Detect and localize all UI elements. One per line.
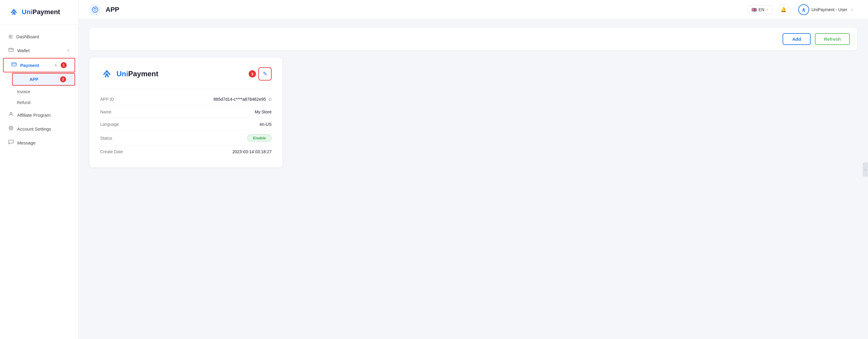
card-header-right: 3 ✎ [249, 67, 272, 80]
field-value-language: en-US [149, 122, 272, 127]
sidebar-item-label: Message [17, 140, 36, 145]
wallet-chevron-icon: ∨ [67, 48, 70, 53]
field-label-language: Language [100, 122, 149, 127]
sidebar-item-label: Payment [20, 63, 39, 68]
sidebar-item-label: Refund [17, 100, 30, 105]
dashboard-icon: ⊞ [8, 33, 13, 40]
svg-point-3 [10, 112, 12, 114]
sidebar-item-account[interactable]: Account Settings [0, 122, 78, 136]
app-card-header: UniPayment 3 ✎ [100, 67, 272, 80]
user-name: UniPayment - User [812, 7, 847, 12]
svg-point-5 [9, 126, 13, 130]
logo-icon [8, 7, 19, 18]
language-selector[interactable]: 🇬🇧 EN ∨ [747, 5, 773, 14]
status-badge: Enable [247, 134, 272, 142]
svg-point-1 [12, 50, 13, 51]
app-badge: 2 [60, 76, 66, 82]
add-button[interactable]: Add [783, 33, 811, 45]
payment-badge: 1 [61, 62, 67, 68]
svg-rect-2 [12, 63, 16, 66]
sidebar-logo: UniPayment [0, 0, 78, 25]
app-card: UniPayment 3 ✎ APP ID 865d7d14-c*** [89, 58, 282, 167]
page-icon [89, 4, 101, 15]
bell-icon: 🔔 [780, 7, 786, 12]
sidebar-item-label: Affiliate Program [17, 112, 51, 117]
field-value-create-date: 2023-03-14 03:18:27 [149, 149, 272, 154]
field-create-date: Create Date 2023-03-14 03:18:27 [100, 146, 272, 158]
field-label-create-date: Create Date [100, 149, 149, 154]
card-divider [100, 89, 272, 89]
sidebar-item-payment[interactable]: Payment ∧ 1 [3, 58, 75, 72]
message-icon [8, 139, 13, 146]
sidebar-item-invoice[interactable]: Invoice [0, 86, 78, 97]
field-label-status: Status [100, 136, 149, 140]
card-badge: 3 [249, 70, 256, 77]
sidebar-item-label: APP [30, 77, 38, 82]
card-brand-name: UniPayment [117, 70, 158, 78]
edit-button[interactable]: ✎ [258, 67, 272, 80]
wallet-icon [8, 47, 13, 54]
page-title: APP [105, 6, 742, 13]
refresh-button[interactable]: Refresh [815, 33, 850, 45]
user-chevron-icon: ∨ [851, 8, 853, 11]
field-value-app-id: 865d7d14-c****a878462e95 ⧉ [149, 97, 272, 102]
sidebar-item-label: Account Settings [17, 126, 51, 132]
field-label-app-id: APP ID [100, 97, 149, 102]
svg-point-7 [95, 10, 96, 11]
sidebar-item-wallet[interactable]: Wallet ∨ [0, 43, 78, 57]
header: APP 🇬🇧 EN ∨ 🔔 UniPayment - [79, 0, 868, 19]
payment-chevron-icon: ∧ [54, 63, 57, 67]
sidebar-item-label: Wallet [17, 48, 30, 53]
account-settings-icon [8, 126, 13, 132]
payment-icon [11, 62, 17, 68]
field-value-status: Enable [149, 134, 272, 142]
card-logo-icon [100, 67, 114, 80]
sidebar-item-refund[interactable]: Refund [0, 97, 78, 108]
sidebar-item-affiliate[interactable]: Affiliate Program [0, 108, 78, 122]
sidebar-item-app[interactable]: APP 2 [12, 73, 75, 86]
sidebar-navigation: ⊞ DashBoard Wallet ∨ Payment ∧ 1 APP 2 [0, 25, 78, 339]
svg-rect-0 [9, 48, 13, 52]
field-label-name: Name [100, 109, 149, 114]
field-app-id: APP ID 865d7d14-c****a878462e95 ⧉ [100, 93, 272, 106]
main-content: APP 🇬🇧 EN ∨ 🔔 UniPayment - [79, 0, 868, 339]
lang-chevron-icon: ∨ [766, 8, 768, 11]
field-status: Status Enable [100, 131, 272, 146]
field-language: Language en-US [100, 118, 272, 131]
brand-name: UniPayment [22, 8, 60, 16]
field-name: Name My Store [100, 106, 272, 118]
copy-icon[interactable]: ⧉ [268, 97, 272, 102]
user-menu[interactable]: UniPayment - User ∨ [794, 2, 857, 17]
toolbar: Add Refresh [89, 28, 857, 50]
affiliate-icon [8, 111, 13, 118]
content-area: Add Refresh UniPayment [79, 19, 868, 339]
sidebar-item-label: Invoice [17, 89, 30, 94]
notification-button[interactable]: 🔔 [778, 4, 789, 15]
field-value-name: My Store [149, 109, 272, 114]
svg-point-6 [92, 7, 98, 12]
lang-label: EN [758, 7, 764, 12]
right-collapse-handle[interactable]: ‹ [863, 162, 868, 177]
sidebar-item-message[interactable]: Message [0, 136, 78, 149]
sidebar-item-label: DashBoard [16, 34, 39, 39]
avatar [798, 4, 809, 15]
svg-point-4 [10, 127, 12, 129]
edit-icon: ✎ [263, 71, 268, 77]
sidebar-item-dashboard[interactable]: ⊞ DashBoard [0, 30, 78, 43]
sidebar: UniPayment ⊞ DashBoard Wallet ∨ Payment … [0, 0, 79, 339]
app-fields: APP ID 865d7d14-c****a878462e95 ⧉ Name M… [100, 93, 272, 158]
flag-icon: 🇬🇧 [751, 7, 756, 12]
app-card-logo: UniPayment [100, 67, 158, 80]
header-actions: 🇬🇧 EN ∨ 🔔 UniPayment - User ∨ [747, 2, 857, 17]
